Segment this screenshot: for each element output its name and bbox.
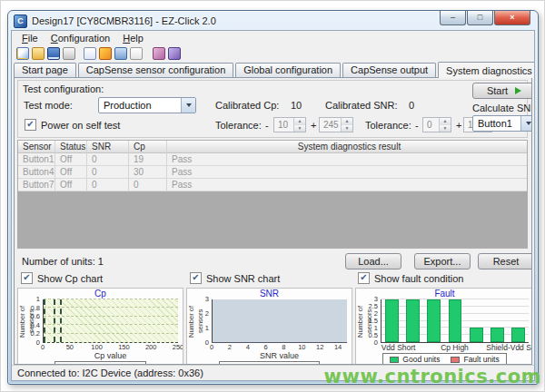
tab-system-diagnostics[interactable]: System diagnostics bbox=[438, 62, 535, 78]
x-tick-label: 8 bbox=[282, 343, 285, 351]
load-button-label: Load... bbox=[358, 256, 389, 267]
new-project-icon[interactable] bbox=[16, 47, 29, 60]
column-header-status[interactable]: Status bbox=[55, 141, 87, 153]
cp-chart-x-ticks: 050100150200250 bbox=[43, 343, 178, 351]
calculate-snr-for-label: Calculate SNR for: bbox=[472, 103, 532, 113]
load-button[interactable]: Load... bbox=[345, 253, 401, 270]
close-button[interactable]: × bbox=[494, 11, 530, 25]
x-tick-label: 10 bbox=[298, 343, 305, 351]
open-project-icon[interactable] bbox=[32, 47, 45, 60]
cp-tolerance-plus-input[interactable]: 245 ▲▼ bbox=[319, 117, 353, 132]
cp-tolerance-minus-input[interactable]: 10 ▲▼ bbox=[273, 117, 306, 132]
cp-cell: 30 bbox=[129, 166, 167, 179]
cp-cell: 0 bbox=[129, 179, 167, 191]
apply-to-device-icon[interactable] bbox=[114, 47, 127, 60]
fault-bar bbox=[406, 299, 420, 342]
reset-button[interactable]: Reset bbox=[478, 253, 532, 270]
status-cell: Off bbox=[55, 166, 87, 179]
spinner-arrows-icon[interactable]: ▲▼ bbox=[341, 118, 352, 132]
chart-toggles-row: ✔ Show Cp chart ✔ Show SNR chart ✔ Show … bbox=[15, 272, 531, 284]
chevron-down-icon[interactable] bbox=[181, 98, 195, 113]
test-mode-select[interactable]: Production bbox=[98, 97, 196, 113]
spinner-arrows-icon[interactable]: ▲▼ bbox=[439, 118, 451, 132]
calibrated-snr-value: 0 bbox=[409, 100, 414, 111]
table-row[interactable]: Button4 Off 0 30 Pass bbox=[18, 166, 527, 179]
spinner-arrows-icon[interactable]: ▲▼ bbox=[293, 118, 305, 132]
cp-tolerance-minus-value: 10 bbox=[274, 118, 293, 132]
calibrated-snr-label: Calibrated SNR: bbox=[325, 100, 397, 111]
cp-tolerance-minus-sign: - bbox=[265, 120, 269, 131]
x-tick-label: 200 bbox=[145, 343, 157, 351]
snr-chart-y-ticks: 0123 bbox=[196, 299, 212, 343]
column-header-sensor[interactable]: Sensor bbox=[18, 141, 55, 153]
screenshot-frame: C Design17 [CY8CMBR3116] - EZ-Click 2.0 … bbox=[0, 0, 545, 392]
show-fault-condition-label: Show fault condition bbox=[374, 273, 463, 284]
maximize-button[interactable]: □ bbox=[467, 11, 493, 25]
menu-bar: File Configuration Help bbox=[12, 31, 534, 45]
snr-tolerance-minus-input[interactable]: 0 ▲▼ bbox=[422, 117, 451, 132]
watermark-text: www.cntronics.com bbox=[324, 366, 541, 387]
chevron-down-icon[interactable] bbox=[520, 116, 532, 131]
menu-item-configuration[interactable]: Configuration bbox=[45, 33, 116, 44]
column-header-result[interactable]: System diagnostics result bbox=[167, 141, 527, 153]
test-configuration-group: Test configuration: Test mode: Productio… bbox=[17, 80, 528, 138]
log-icon[interactable] bbox=[130, 47, 143, 60]
result-cell: Pass bbox=[167, 153, 527, 166]
tab-start-page[interactable]: Start page bbox=[14, 63, 76, 77]
snr-cell: 0 bbox=[87, 179, 129, 191]
start-button[interactable]: Start bbox=[472, 83, 532, 99]
export-button-label: Export... bbox=[424, 256, 461, 267]
report-icon[interactable] bbox=[84, 47, 96, 60]
fault-bar bbox=[427, 299, 441, 342]
save-icon[interactable] bbox=[47, 47, 60, 60]
x-tick-label: 0 bbox=[41, 343, 45, 351]
snr-tolerance-minus-sign: - bbox=[415, 120, 419, 131]
x-tick-label: 0 bbox=[210, 343, 213, 351]
tab-capsense-sensor-configuration[interactable]: CapSense sensor configuration bbox=[78, 63, 233, 77]
sensor-cell: Button7 bbox=[18, 179, 55, 191]
x-tick-label: 2 bbox=[228, 343, 232, 351]
fault-bar bbox=[449, 299, 462, 342]
export-button[interactable]: Export... bbox=[414, 253, 471, 270]
legend-entry: Good units bbox=[390, 355, 440, 364]
tab-capsense-output[interactable]: CapSense output bbox=[342, 63, 436, 77]
connect-icon[interactable] bbox=[99, 47, 112, 60]
y-tick-label: 3 bbox=[205, 295, 209, 303]
menu-item-file[interactable]: File bbox=[15, 33, 45, 44]
fault-units-swatch-icon bbox=[451, 357, 460, 363]
window-title: Design17 [CY8CMBR3116] - EZ-Click 2.0 bbox=[32, 15, 216, 26]
table-row[interactable]: Button7 Off 0 0 Pass bbox=[18, 179, 527, 191]
column-header-snr[interactable]: SNR bbox=[87, 141, 129, 153]
menu-item-help[interactable]: Help bbox=[116, 33, 150, 44]
show-cp-chart-label: Show Cp chart bbox=[37, 273, 103, 284]
gridline bbox=[44, 324, 178, 325]
tools-icon[interactable] bbox=[168, 47, 181, 60]
table-row[interactable]: Button1 Off 0 19 Pass bbox=[18, 153, 527, 166]
start-button-label: Start bbox=[487, 85, 508, 96]
title-bar[interactable]: C Design17 [CY8CMBR3116] - EZ-Click 2.0 … bbox=[8, 11, 538, 30]
show-cp-chart-checkbox[interactable]: ✔ Show Cp chart bbox=[21, 272, 103, 284]
cp-spike bbox=[44, 299, 45, 342]
show-fault-condition-checkbox[interactable]: ✔ Show fault condition bbox=[358, 272, 463, 284]
cp-chart-y-ticks: 00.20.40.60.81 bbox=[27, 299, 43, 343]
fault-chart-y-axis-label: Number of sensors bbox=[356, 299, 365, 343]
power-on-self-test-checkbox[interactable]: ✔ Power on self test bbox=[25, 119, 120, 131]
y-tick-label: 0.6 bbox=[31, 312, 40, 320]
y-tick-label: 0.4 bbox=[31, 321, 40, 329]
checkmark-icon: ✔ bbox=[358, 272, 370, 284]
snr-chart-x-ticks: 02468101214 bbox=[212, 343, 347, 351]
print-icon[interactable] bbox=[63, 47, 75, 60]
connection-status-text: Connected to: I2C Device (address: 0x36) bbox=[12, 368, 203, 378]
y-tick-label: 0 bbox=[374, 338, 378, 347]
minimize-button[interactable]: – bbox=[440, 11, 466, 25]
calculate-snr-select[interactable]: Button1 bbox=[472, 115, 532, 132]
calculate-snr-value: Button1 bbox=[473, 118, 520, 129]
play-icon bbox=[515, 87, 521, 94]
snr-chart: SNR Number of sensors 0123 02468101214 S… bbox=[186, 288, 352, 365]
erase-icon[interactable] bbox=[153, 47, 165, 60]
show-snr-chart-checkbox[interactable]: ✔ Show SNR chart bbox=[190, 272, 280, 284]
tab-global-configuration[interactable]: Global configuration bbox=[235, 63, 341, 77]
status-cell: Off bbox=[55, 179, 87, 191]
column-header-cp[interactable]: Cp bbox=[129, 141, 167, 153]
fault-chart-legend: Good units Fault units bbox=[382, 353, 506, 365]
